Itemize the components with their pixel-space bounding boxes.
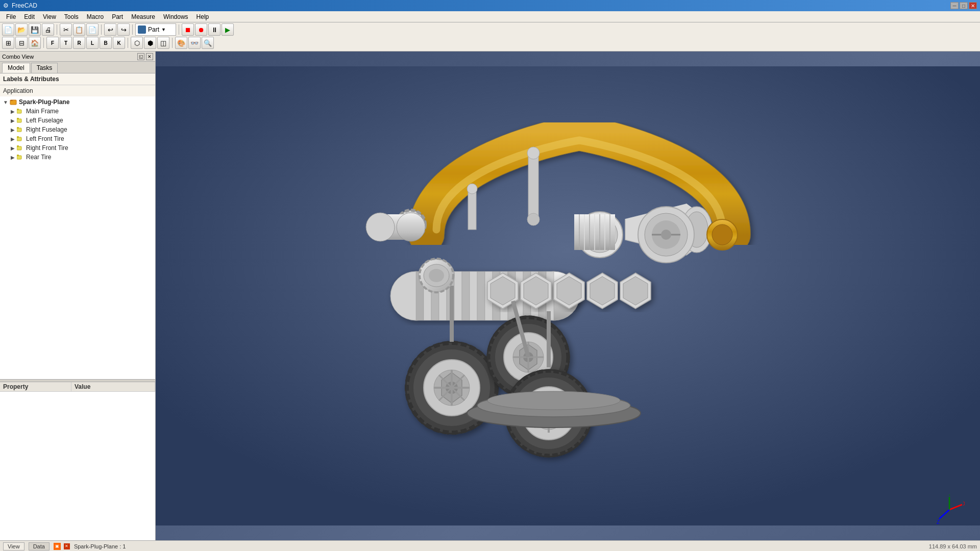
svg-rect-106 <box>468 189 476 230</box>
tree-root[interactable]: ▼ Spark-Plug-Plane <box>1 97 154 107</box>
panel-close-button[interactable]: ✕ <box>146 53 153 60</box>
left-fuselage-icon <box>16 116 24 124</box>
tree-item-right-front-tire[interactable]: ▶ Right Front Tire <box>1 143 154 153</box>
viewport[interactable]: X Y Z <box>156 52 980 540</box>
tb-macro-stop[interactable]: ⏹ <box>182 23 194 36</box>
tb-undo[interactable]: ↩ <box>104 23 116 36</box>
sep-3 <box>132 24 133 35</box>
svg-point-110 <box>429 269 444 282</box>
tb-view-home[interactable]: 🏠 <box>29 37 41 49</box>
tb-macro-pause[interactable]: ⏸ <box>208 23 220 36</box>
svg-rect-8 <box>17 137 21 141</box>
tb-print[interactable]: 🖨 <box>42 23 54 36</box>
svg-rect-3 <box>17 109 19 110</box>
menu-windows[interactable]: Windows <box>159 12 192 21</box>
svg-point-102 <box>712 224 732 245</box>
menu-part[interactable]: Part <box>108 12 127 21</box>
tb-redo[interactable]: ↪ <box>117 23 130 36</box>
workbench-label: Part <box>148 26 159 33</box>
maximize-button[interactable]: □ <box>960 2 968 9</box>
toolbar-row-2: ⊞ ⊟ 🏠 F T R L B K ⬡ ⬢ ◫ 🎨 👓 🔍 <box>2 37 978 49</box>
panel-float-button[interactable]: ◱ <box>137 53 144 60</box>
tb-copy[interactable]: 📋 <box>73 23 85 36</box>
main-frame-icon <box>16 107 24 115</box>
svg-rect-7 <box>17 127 19 129</box>
tb-view-fit-sel[interactable]: ⊟ <box>15 37 28 49</box>
tb-view-fit-all[interactable]: ⊞ <box>2 37 14 49</box>
menu-measure[interactable]: Measure <box>127 12 159 21</box>
svg-rect-12 <box>17 156 21 159</box>
sep-6 <box>128 38 128 48</box>
svg-point-107 <box>467 184 477 194</box>
tab-model[interactable]: Model <box>2 63 30 73</box>
tb-view-front[interactable]: F <box>46 37 59 49</box>
status-tab-data[interactable]: Data <box>29 542 50 550</box>
tb-save[interactable]: 💾 <box>29 23 41 36</box>
titlebar-controls: ─ □ ✕ <box>950 2 977 9</box>
sep-2 <box>101 24 102 35</box>
tb-new[interactable]: 📄 <box>2 23 14 36</box>
tree-view[interactable]: ▼ Spark-Plug-Plane ▶ M <box>0 96 155 379</box>
svg-rect-1 <box>10 100 13 101</box>
tb-view-top[interactable]: T <box>60 37 72 49</box>
properties-content <box>0 392 155 540</box>
menu-tools[interactable]: Tools <box>60 12 83 21</box>
svg-rect-23 <box>454 271 462 320</box>
document-name: Spark-Plug-Plane : 1 <box>74 543 126 549</box>
tree-item-main-frame[interactable]: ▶ Main Frame <box>1 107 154 116</box>
status-tab-view[interactable]: View <box>3 542 24 550</box>
tb-cut[interactable]: ✂ <box>60 23 72 36</box>
svg-rect-9 <box>17 136 19 138</box>
doc-icon: ▣ <box>54 543 61 550</box>
svg-rect-2 <box>17 110 21 113</box>
right-front-tire-icon <box>16 144 24 152</box>
tb-zoom-in[interactable]: 🔍 <box>202 37 214 49</box>
svg-rect-103 <box>528 153 538 219</box>
main-frame-label: Main Frame <box>26 108 59 115</box>
tree-item-left-front-tire[interactable]: ▶ Left Front Tire <box>1 134 154 143</box>
menu-help[interactable]: Help <box>192 12 213 21</box>
workbench-dropdown[interactable]: Part ▼ <box>135 23 176 36</box>
properties-header: Property Value <box>0 382 155 392</box>
tb-draw-style[interactable]: 🎨 <box>175 37 187 49</box>
menu-view[interactable]: View <box>39 12 60 21</box>
main-frame-arrow: ▶ <box>9 109 16 114</box>
combo-view-header: Combo View ◱ ✕ <box>0 52 155 62</box>
tb-macro-record[interactable]: ⏺ <box>195 23 207 36</box>
left-fuselage-arrow: ▶ <box>9 118 16 123</box>
tb-view-persp[interactable]: ⬢ <box>144 37 156 49</box>
tb-view-bottom[interactable]: B <box>100 37 112 49</box>
tb-macro-play[interactable]: ▶ <box>222 23 234 36</box>
left-front-tire-arrow: ▶ <box>9 136 16 142</box>
tree-item-right-fuselage[interactable]: ▶ Right Fuselage <box>1 125 154 134</box>
labels-attributes-header: Labels & Attributes <box>0 73 155 85</box>
main-layout: Combo View ◱ ✕ Model Tasks Labels & Attr… <box>0 52 980 540</box>
left-front-tire-label: Left Front Tire <box>26 135 64 142</box>
property-column-header: Property <box>0 382 71 391</box>
close-button[interactable]: ✕ <box>969 2 977 9</box>
tb-view-right[interactable]: R <box>73 37 85 49</box>
tb-view-section[interactable]: ◫ <box>157 37 169 49</box>
tab-tasks[interactable]: Tasks <box>31 63 58 73</box>
tree-item-rear-tire[interactable]: ▶ Rear Tire <box>1 153 154 162</box>
menu-edit[interactable]: Edit <box>20 12 39 21</box>
tree-item-left-fuselage[interactable]: ▶ Left Fuselage <box>1 116 154 125</box>
root-label: Spark-Plug-Plane <box>19 98 69 106</box>
right-front-tire-arrow: ▶ <box>9 145 16 151</box>
sep-5 <box>43 38 44 48</box>
tb-view-axo[interactable]: ⬡ <box>131 37 143 49</box>
toolbars: 📄 📂 💾 🖨 ✂ 📋 📄 ↩ ↪ Part ▼ ⏹ ⏺ ⏸ ▶ ⊞ ⊟ 🏠 F… <box>0 22 980 52</box>
doc-close-icon: ✕ <box>64 543 70 549</box>
tb-open[interactable]: 📂 <box>15 23 28 36</box>
tb-view-left[interactable]: L <box>86 37 99 49</box>
menu-macro[interactable]: Macro <box>83 12 108 21</box>
tb-paste[interactable]: 📄 <box>86 23 99 36</box>
statusbar: View Data ▣ ✕ Spark-Plug-Plane : 1 114.8… <box>0 540 980 551</box>
workbench-icon <box>138 26 146 34</box>
menu-file[interactable]: File <box>2 12 20 21</box>
tb-view-rear[interactable]: K <box>113 37 125 49</box>
tb-stereo[interactable]: 👓 <box>188 37 201 49</box>
svg-rect-11 <box>17 145 19 147</box>
svg-point-105 <box>527 213 540 226</box>
minimize-button[interactable]: ─ <box>950 2 959 9</box>
